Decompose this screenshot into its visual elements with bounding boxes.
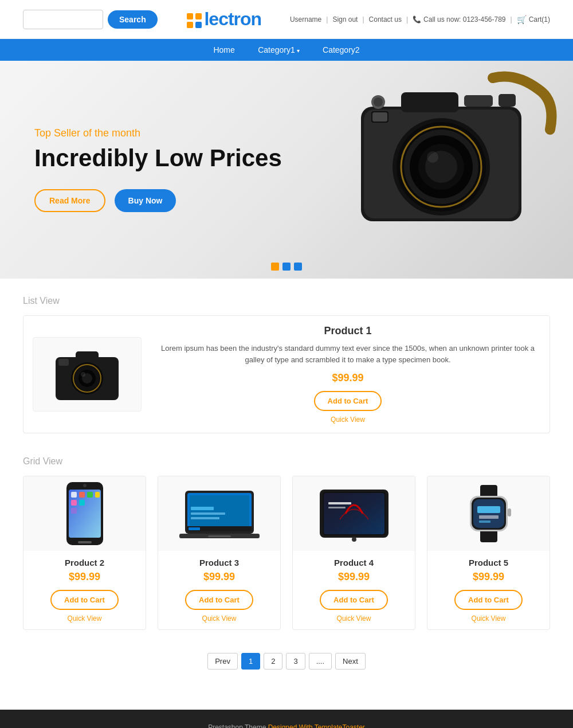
page-ellipsis-button[interactable]: .... [309,653,332,670]
page-2-button[interactable]: 2 [264,653,282,670]
next-page-button[interactable]: Next [335,653,366,670]
svg-rect-37 [71,500,77,506]
svg-rect-20 [499,94,516,107]
logo: lectron [186,9,261,30]
svg-rect-47 [191,512,225,515]
product2-quick-view-link[interactable]: Quick View [29,615,140,623]
hero-dots [271,263,302,271]
nav-category1[interactable]: Category1 [258,45,299,54]
svg-rect-36 [95,492,100,498]
search-input[interactable] [23,10,103,29]
grid-view-section: Grid View [23,456,550,630]
svg-rect-68 [508,508,511,516]
hero-buttons: Read More Buy Now [34,189,282,212]
svg-rect-46 [191,507,214,510]
svg-rect-67 [479,520,490,523]
header-links: Username | Sign out | Contact us | Call … [290,15,550,24]
svg-point-16 [374,97,383,107]
logo-text: lectron [204,9,261,29]
read-more-button[interactable]: Read More [34,189,105,212]
svg-rect-29 [58,359,69,366]
grid-item-3: Product 3 $99.99 Add to Cart Quick View [158,476,281,630]
footer-link[interactable]: Designed With TemplateToaster [268,723,365,728]
sep4: | [511,15,512,24]
grid-item-4-body: Product 4 $99.99 Add to Cart Quick View [293,551,415,629]
hero-subtitle: Top Seller of the month [34,127,282,139]
svg-rect-52 [208,535,231,537]
grid-item-5: Product 5 $99.99 Add to Cart Quick View [427,476,550,630]
svg-point-41 [83,484,87,487]
grid-item-5-image [427,476,550,551]
username-link[interactable]: Username [290,15,321,24]
prev-page-button[interactable]: Prev [207,653,238,670]
signout-link[interactable]: Sign out [332,15,358,24]
product3-quick-view-link[interactable]: Quick View [164,615,274,623]
main-content: List View Product 1 Lorem ipsum [0,279,573,710]
nav-bar: Home Category1 Category2 [0,39,573,61]
product1-quick-view-link[interactable]: Quick View [155,416,540,424]
svg-rect-57 [328,507,346,508]
svg-rect-6 [401,92,458,112]
grid-item-3-image [158,476,280,551]
svg-rect-59 [480,485,497,498]
hero-title: Incredibly Low Prices [34,145,282,171]
search-area: Search [23,10,158,29]
sep3: | [406,15,408,24]
search-button[interactable]: Search [108,10,158,29]
svg-rect-40 [78,541,92,543]
product1-add-to-cart-button[interactable]: Add to Cart [314,391,382,411]
footer-text: Prestashop Theme [208,723,268,728]
svg-rect-66 [479,515,499,519]
svg-rect-2 [187,22,193,28]
list-view-label: List View [23,296,550,306]
product2-add-to-cart-button[interactable]: Add to Cart [50,590,119,610]
grid-item-3-body: Product 3 $99.99 Add to Cart Quick View [158,551,280,629]
svg-rect-56 [328,502,351,504]
cart-area[interactable]: Cart(1) [517,15,550,24]
svg-rect-48 [191,517,219,519]
list-item-image [33,337,142,412]
svg-rect-18 [372,112,387,122]
svg-point-58 [352,537,356,542]
grid-item-2-image [23,476,146,551]
nav-category2[interactable]: Category2 [323,45,360,54]
grid-item-4-image [293,476,415,551]
cart-label: Cart(1) [529,15,550,24]
product1-name: Product 1 [155,325,540,337]
product1-price: $99.99 [155,372,540,384]
product2-price: $99.99 [29,571,140,583]
hero-banner: Top Seller of the month Incredibly Low P… [0,61,573,279]
nav-home[interactable]: Home [213,45,234,54]
grid-view-label: Grid View [23,456,550,467]
sep1: | [326,15,328,24]
product3-add-to-cart-button[interactable]: Add to Cart [185,590,253,610]
dot-2[interactable] [282,263,291,271]
list-item-info: Product 1 Lorem ipsum has been the indus… [155,325,540,424]
product3-name: Product 3 [164,558,274,567]
buy-now-button[interactable]: Buy Now [115,189,176,212]
cart-icon [517,15,527,24]
product4-add-to-cart-button[interactable]: Add to Cart [320,590,388,610]
page-3-button[interactable]: 3 [286,653,305,670]
product5-quick-view-link[interactable]: Quick View [433,615,544,623]
dot-1[interactable] [271,263,279,271]
product5-price: $99.99 [433,571,544,583]
page-1-button[interactable]: 1 [241,653,260,670]
grid-item-5-body: Product 5 $99.99 Add to Cart Quick View [427,551,550,629]
svg-rect-22 [76,351,99,362]
product4-quick-view-link[interactable]: Quick View [299,615,409,623]
hero-content: Top Seller of the month Incredibly Low P… [0,104,316,234]
svg-point-27 [81,372,85,377]
dot-3[interactable] [294,263,302,271]
svg-rect-39 [71,508,77,514]
svg-rect-55 [324,493,384,534]
svg-rect-65 [477,506,500,513]
svg-rect-3 [195,22,202,28]
logo-icon [186,9,204,29]
footer: Prestashop Theme Designed With TemplateT… [0,710,573,728]
contact-link[interactable]: Contact us [369,15,402,24]
svg-rect-45 [190,495,249,527]
product5-add-to-cart-button[interactable]: Add to Cart [454,590,523,610]
list-item: Product 1 Lorem ipsum has been the indus… [23,315,550,433]
svg-rect-50 [189,527,200,530]
